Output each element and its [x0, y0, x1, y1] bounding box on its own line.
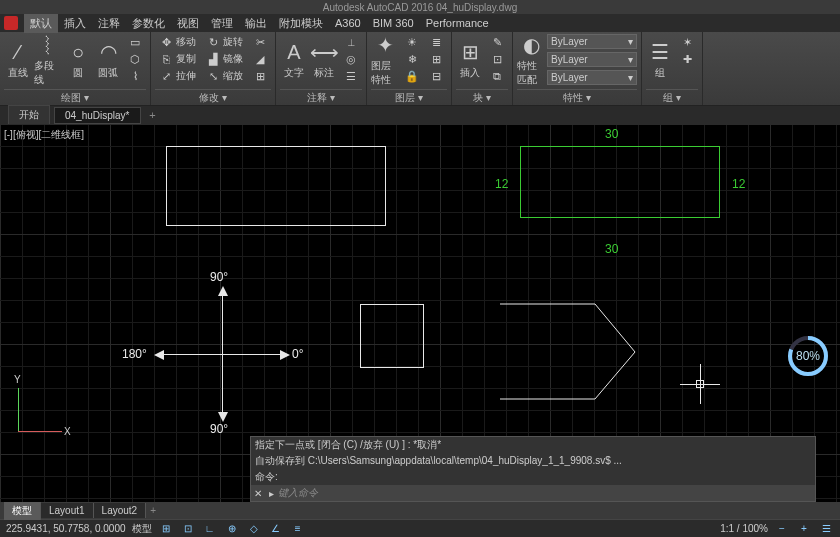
polygon-button[interactable]: ⬡ — [124, 51, 146, 67]
scale-button[interactable]: ⤡缩放 — [202, 68, 247, 84]
grid-toggle[interactable]: ⊞ — [158, 522, 174, 536]
command-window[interactable]: 指定下一点或 [闭合 (C) /放弃 (U) ] : *取消* 自动保存到 C:… — [250, 436, 816, 502]
block-edit-button[interactable]: ✎ — [486, 34, 508, 50]
menu-view[interactable]: 视图 — [171, 14, 205, 33]
drawing-canvas[interactable]: [-][俯视][二维线框] 30 30 12 12 90° 90° 180° 0… — [0, 124, 840, 502]
block-attr-button[interactable]: ⧉ — [486, 68, 508, 84]
layer-freeze-button[interactable]: ❄ — [401, 51, 423, 67]
polyline-button[interactable]: ⦚多段线 — [34, 34, 62, 86]
line-button[interactable]: ∕直线 — [4, 34, 32, 86]
match-props-icon: ◐ — [523, 33, 540, 57]
white-square[interactable] — [360, 304, 424, 368]
lineweight-dropdown[interactable]: ByLayer▾ — [547, 52, 637, 67]
zoom-out-button[interactable]: − — [774, 522, 790, 536]
viewport-label[interactable]: [-][俯视][二维线框] — [4, 128, 84, 142]
dim-top: 30 — [605, 127, 618, 141]
rotate-button[interactable]: ↻旋转 — [202, 34, 247, 50]
menu-performance[interactable]: Performance — [420, 15, 495, 31]
leader-icon: ⟂ — [344, 36, 358, 48]
menu-a360[interactable]: A360 — [329, 15, 367, 31]
mirror-button[interactable]: ▟镜像 — [202, 51, 247, 67]
leader-button[interactable]: ⟂ — [340, 34, 362, 50]
menu-default[interactable]: 默认 — [24, 14, 58, 33]
status-space[interactable]: 模型 — [132, 522, 152, 536]
arrow-polyline[interactable] — [500, 304, 640, 406]
fillet-button[interactable]: ◢ — [249, 51, 271, 67]
layer-on-button[interactable]: ☀ — [401, 34, 423, 50]
menu-manage[interactable]: 管理 — [205, 14, 239, 33]
panel-modify-title[interactable]: 修改 ▾ — [155, 89, 271, 103]
line-label: 直线 — [8, 66, 28, 80]
block-insert-button[interactable]: ⊞插入 — [456, 34, 484, 86]
layout-tab-model[interactable]: 模型 — [4, 502, 41, 520]
move-button[interactable]: ✥移动 — [155, 34, 200, 50]
panel-draw: ∕直线 ⦚多段线 ○圆 ◠圆弧 ▭ ⬡ ⌇ 绘图 ▾ — [0, 32, 151, 105]
arc-icon: ◠ — [100, 40, 117, 64]
util1-button[interactable]: ✶ — [676, 34, 698, 50]
panel-draw-title[interactable]: 绘图 ▾ — [4, 89, 146, 103]
ortho-toggle[interactable]: ∟ — [202, 522, 218, 536]
app-icon[interactable] — [4, 16, 18, 30]
zoom-in-button[interactable]: + — [796, 522, 812, 536]
array-button[interactable]: ⊞ — [249, 68, 271, 84]
snap-toggle[interactable]: ⊡ — [180, 522, 196, 536]
status-zoom[interactable]: 1:1 / 100% — [720, 523, 768, 534]
compass[interactable]: 90° 90° 180° 0° — [140, 274, 310, 444]
doc-tab-add[interactable]: + — [145, 108, 161, 122]
color-dropdown[interactable]: ByLayer▾ — [547, 34, 637, 49]
green-rectangle[interactable] — [520, 146, 720, 218]
polar-toggle[interactable]: ⊕ — [224, 522, 240, 536]
customize-button[interactable]: ☰ — [818, 522, 834, 536]
spline-button[interactable]: ⌇ — [124, 68, 146, 84]
command-close-button[interactable]: ✕ — [251, 488, 265, 499]
create-icon: ⊡ — [490, 53, 504, 66]
panel-block-title[interactable]: 块 ▾ — [456, 89, 508, 103]
layer-list-button[interactable]: ≣ — [425, 34, 447, 50]
layer-props-icon: ✦ — [377, 33, 394, 57]
panel-annotate-title[interactable]: 注释 ▾ — [280, 89, 362, 103]
window-title: Autodesk AutoCAD 2016 04_huDisplay.dwg — [323, 2, 517, 13]
panel-group-title[interactable]: 组 ▾ — [646, 89, 698, 103]
block-create-button[interactable]: ⊡ — [486, 51, 508, 67]
white-rectangle-1[interactable] — [166, 146, 386, 226]
panel-properties-title[interactable]: 特性 ▾ — [517, 89, 637, 103]
menu-bim360[interactable]: BIM 360 — [367, 15, 420, 31]
layout-tab-add[interactable]: + — [146, 505, 160, 516]
layer-add-button[interactable]: ⊞ — [425, 51, 447, 67]
ucs-y-label: Y — [14, 374, 21, 385]
layer-props-button[interactable]: ✦图层特性 — [371, 34, 399, 86]
fillet-icon: ◢ — [253, 53, 267, 66]
dimension-button[interactable]: ⟷标注 — [310, 34, 338, 86]
menu-parametric[interactable]: 参数化 — [126, 14, 171, 33]
osnap-toggle[interactable]: ◇ — [246, 522, 262, 536]
rectangle-button[interactable]: ▭ — [124, 34, 146, 50]
copy-button[interactable]: ⎘复制 — [155, 51, 200, 67]
linetype-dropdown[interactable]: ByLayer▾ — [547, 70, 637, 85]
menu-output[interactable]: 输出 — [239, 14, 273, 33]
trim-button[interactable]: ✂ — [249, 34, 271, 50]
layer-lock-button[interactable]: 🔒 — [401, 68, 423, 84]
layer-remove-button[interactable]: ⊟ — [425, 68, 447, 84]
group-icon: ☰ — [651, 40, 669, 64]
match-props-button[interactable]: ◐特性匹配 — [517, 34, 545, 86]
menu-annotate[interactable]: 注释 — [92, 14, 126, 33]
menu-addons[interactable]: 附加模块 — [273, 14, 329, 33]
otrack-toggle[interactable]: ∠ — [268, 522, 284, 536]
doc-tab-start[interactable]: 开始 — [8, 105, 50, 125]
compass-left-label: 180° — [122, 347, 147, 361]
layout-tab-2[interactable]: Layout2 — [94, 503, 147, 518]
doc-tab-current[interactable]: 04_huDisplay* — [54, 107, 141, 124]
text-button[interactable]: A文字 — [280, 34, 308, 86]
panel-layers-title[interactable]: 图层 ▾ — [371, 89, 447, 103]
group-button[interactable]: ☰组 — [646, 34, 674, 86]
lineweight-toggle[interactable]: ≡ — [290, 522, 306, 536]
command-input[interactable]: 键入命令 — [278, 486, 318, 500]
circle-button[interactable]: ○圆 — [64, 34, 92, 86]
menu-insert[interactable]: 插入 — [58, 14, 92, 33]
table-button[interactable]: ☰ — [340, 68, 362, 84]
stretch-button[interactable]: ⤢拉伸 — [155, 68, 200, 84]
util2-button[interactable]: ✚ — [676, 51, 698, 67]
layout-tab-1[interactable]: Layout1 — [41, 503, 94, 518]
center-mark-button[interactable]: ◎ — [340, 51, 362, 67]
arc-button[interactable]: ◠圆弧 — [94, 34, 122, 86]
